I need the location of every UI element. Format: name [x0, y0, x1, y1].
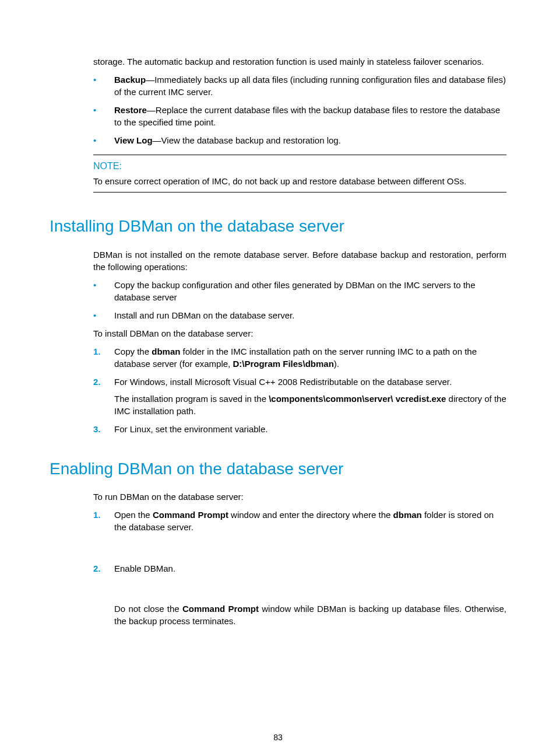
term: Backup	[114, 75, 146, 85]
section2-body: To run DBMan on the database server: Ope…	[93, 491, 506, 627]
step-item: For Linux, set the environment variable.	[93, 423, 506, 435]
list-item: Backup—Immediately backs up all data fil…	[93, 74, 506, 98]
bold-text: \components\common\server\ vcredist.exe	[269, 394, 448, 404]
intro-block: storage. The automatic backup and restor…	[93, 55, 506, 146]
section-heading-enable: Enabling DBMan on the database server	[50, 457, 506, 480]
list-item: Restore—Replace the current database fil…	[93, 104, 506, 128]
text: Enable DBMan.	[114, 564, 175, 573]
section1-bullets: Copy the backup configuration and other …	[93, 279, 506, 321]
list-item: View Log—View the database backup and re…	[93, 134, 506, 146]
page-content: storage. The automatic backup and restor…	[0, 0, 556, 756]
bold-text: Command Prompt	[182, 604, 259, 614]
term: Restore	[114, 105, 147, 115]
step-item: For Windows, install Microsoft Visual C+…	[93, 376, 506, 417]
term-rest: —Replace the current database files with…	[114, 105, 500, 127]
storage-paragraph: storage. The automatic backup and restor…	[93, 55, 506, 68]
text: Do not close the	[114, 604, 182, 614]
term-rest: —Immediately backs up all data files (in…	[114, 75, 506, 97]
section-heading-install: Installing DBMan on the database server	[50, 215, 506, 237]
text: window and enter the directory where the	[228, 510, 393, 520]
bold-text: dbman	[152, 346, 180, 356]
sub-paragraph: Do not close the Command Prompt window w…	[114, 603, 506, 627]
note-text: To ensure correct operation of IMC, do n…	[93, 175, 506, 187]
step-item: Enable DBMan. Do not close the Command P…	[93, 562, 506, 627]
bold-text: dbman	[393, 510, 422, 520]
page-number: 83	[50, 732, 506, 744]
intro-bullets: Backup—Immediately backs up all data fil…	[93, 74, 506, 146]
section1-body: DBMan is not installed on the remote dat…	[93, 249, 506, 435]
bold-text: D:\Program Files\dbman	[233, 359, 333, 369]
text: ).	[334, 359, 339, 369]
section1-para2: To install DBMan on the database server:	[93, 327, 506, 340]
text: Copy the	[114, 346, 152, 356]
text: For Windows, install Microsoft Visual C+…	[114, 377, 452, 387]
section2-steps: Open the Command Prompt window and enter…	[93, 509, 506, 627]
section1-steps: Copy the dbman folder in the IMC install…	[93, 345, 506, 435]
term: View Log	[114, 135, 153, 145]
sub-paragraph: The installation program is saved in the…	[114, 393, 506, 417]
bold-text: Command Prompt	[153, 510, 228, 520]
text: The installation program is saved in the	[114, 394, 269, 404]
section2-para1: To run DBMan on the database server:	[93, 491, 506, 503]
note-box: NOTE: To ensure correct operation of IMC…	[93, 155, 506, 192]
spacer	[114, 533, 506, 556]
step-item: Open the Command Prompt window and enter…	[93, 509, 506, 556]
term-rest: —View the database backup and restoratio…	[153, 135, 341, 145]
section1-para1: DBMan is not installed on the remote dat…	[93, 249, 506, 273]
list-item: Copy the backup configuration and other …	[93, 279, 506, 303]
note-label: NOTE:	[93, 160, 506, 173]
text: Open the	[114, 510, 153, 520]
text: For Linux, set the environment variable.	[114, 424, 268, 434]
spacer	[114, 575, 506, 598]
step-item: Copy the dbman folder in the IMC install…	[93, 345, 506, 370]
list-item: Install and run DBMan on the database se…	[93, 309, 506, 321]
